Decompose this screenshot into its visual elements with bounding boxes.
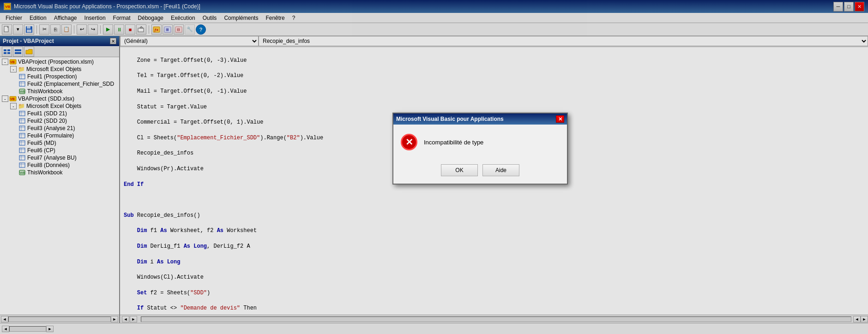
dialog-ok-button[interactable]: OK [441, 164, 478, 176]
error-icon: ✕ [401, 134, 417, 150]
dialog-close-btn[interactable]: ✕ [556, 115, 564, 123]
dialog-buttons: OK Aide [393, 160, 567, 184]
dialog-title: Microsoft Visual Basic pour Applications [396, 116, 504, 122]
dialog-title-bar: Microsoft Visual Basic pour Applications… [393, 113, 567, 125]
dialog-message: Incompatibilité de type [424, 139, 483, 146]
error-dialog: Microsoft Visual Basic pour Applications… [392, 113, 568, 185]
dialog-body: ✕ Incompatibilité de type [393, 125, 567, 160]
dialog-aide-button[interactable]: Aide [482, 164, 519, 176]
modal-overlay: Microsoft Visual Basic pour Applications… [0, 0, 868, 334]
